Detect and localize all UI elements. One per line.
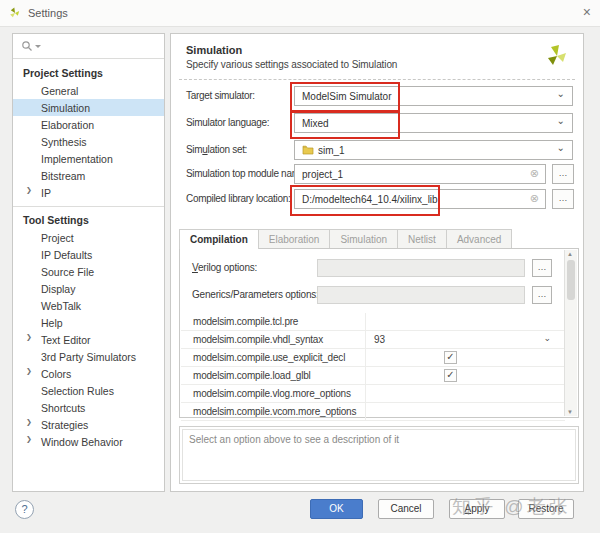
target-simulator-label: Target simulator: (186, 90, 255, 101)
browse-compiled-library-button[interactable]: … (552, 189, 574, 209)
table-row[interactable]: modelsim.compile.vcom.more_options (181, 403, 565, 421)
simulation-set-label: Simulation set: (186, 144, 247, 155)
scroll-up-icon[interactable]: ▲ (567, 251, 573, 257)
expand-chevron-icon[interactable]: ❯ (26, 367, 32, 375)
chevron-down-icon[interactable]: ⌄ (557, 142, 565, 153)
table-row[interactable]: modelsim.compile.load_glbl ✓ (181, 367, 565, 385)
simulator-language-label: Simulator language: (186, 117, 269, 128)
clear-icon[interactable]: ⊗ (530, 168, 539, 179)
expand-chevron-icon[interactable]: ❯ (26, 333, 32, 341)
sidebar-item-colors[interactable]: ❯Colors (13, 365, 164, 382)
tab-advanced[interactable]: Advanced (446, 229, 512, 248)
tab-compilation[interactable]: Compilation (179, 229, 259, 249)
option-description-text: Select an option above to see a descript… (182, 429, 576, 481)
sidebar-item-selection-rules[interactable]: Selection Rules (13, 382, 164, 399)
field-row-top-module: Simulation top module name: project_1 ⊗ … (171, 164, 583, 184)
table-row[interactable]: modelsim.compile.tcl.pre (181, 313, 565, 331)
table-row[interactable]: modelsim.compile.vlog.more_options (181, 385, 565, 403)
search-options-caret-icon (35, 45, 41, 48)
clear-icon[interactable]: ⊗ (530, 193, 539, 204)
scroll-down-icon[interactable]: ▼ (567, 409, 573, 415)
folder-icon (302, 145, 314, 155)
sidebar-item-shortcuts[interactable]: Shortcuts (13, 399, 164, 416)
verilog-options-browse-button[interactable]: … (532, 259, 552, 277)
generics-options-input[interactable] (317, 286, 525, 304)
annotation-box-simulator-language (290, 110, 400, 139)
scrollbar-thumb[interactable] (567, 260, 575, 300)
search-icon (21, 40, 33, 52)
sidebar-item-source-file[interactable]: Source File (13, 263, 164, 280)
vhdl-syntax-value[interactable]: 93 (374, 334, 385, 345)
option-description-box: Select an option above to see a descript… (179, 426, 579, 484)
vivado-logo-icon (541, 40, 573, 72)
sidebar-item-window-behavior[interactable]: ❯Window Behavior (13, 433, 164, 450)
sidebar-item-ip[interactable]: ❯IP (13, 184, 164, 201)
sidebar-item-help[interactable]: Help (13, 314, 164, 331)
sidebar-item-display[interactable]: Display (13, 280, 164, 297)
sidebar-item-ip-defaults[interactable]: IP Defaults (13, 246, 164, 263)
verilog-options-label: Verilog options: (192, 262, 257, 273)
scrollbar[interactable]: ▲ ▼ (564, 250, 577, 416)
sidebar-item-general[interactable]: General (13, 82, 164, 99)
tab-netlist[interactable]: Netlist (397, 229, 447, 248)
annotation-box-compiled-library (290, 185, 440, 216)
verilog-options-input[interactable] (317, 259, 525, 277)
compilation-options-panel: Verilog options: … Generics/Parameters o… (179, 248, 579, 418)
page-title: Simulation (186, 44, 242, 56)
browse-top-module-button[interactable]: … (552, 164, 574, 184)
simulation-set-select[interactable]: sim_1 ⌄ (294, 140, 573, 160)
expand-chevron-icon[interactable]: ❯ (26, 186, 32, 194)
vivado-logo-icon (8, 6, 22, 20)
ok-button[interactable]: OK (310, 499, 363, 519)
table-row[interactable]: modelsim.compile.use_explicit_decl ✓ (181, 349, 565, 367)
header-divider (179, 79, 575, 80)
page-subtitle: Specify various settings associated to S… (186, 59, 397, 70)
checkbox-checked[interactable]: ✓ (444, 369, 457, 382)
help-button[interactable]: ? (15, 500, 34, 519)
verilog-options-row: Verilog options: … (180, 259, 578, 277)
search-input[interactable] (13, 34, 164, 59)
top-module-label: Simulation top module name: (186, 168, 307, 179)
settings-sidebar: Project Settings General Simulation Elab… (12, 33, 165, 492)
section-project-settings: Project Settings (13, 64, 164, 82)
sidebar-item-simulation[interactable]: Simulation (13, 99, 164, 116)
sidebar-item-bitstream[interactable]: Bitstream (13, 167, 164, 184)
compiled-library-label: Compiled library location: (186, 193, 290, 204)
table-row[interactable]: modelsim.compile.vhdl_syntax 93 ⌄ (181, 331, 565, 349)
sidebar-item-3rd-party-simulators[interactable]: 3rd Party Simulators (13, 348, 164, 365)
sidebar-item-synthesis[interactable]: Synthesis (13, 133, 164, 150)
chevron-down-icon[interactable]: ⌄ (557, 88, 565, 99)
generics-options-row: Generics/Parameters options: … (180, 286, 578, 304)
sidebar-item-webtalk[interactable]: WebTalk (13, 297, 164, 314)
sidebar-item-elaboration[interactable]: Elaboration (13, 116, 164, 133)
apply-button[interactable]: Apply (449, 499, 505, 519)
simulation-settings-panel: Simulation Specify various settings asso… (170, 33, 584, 492)
section-tool-settings: Tool Settings (13, 211, 164, 229)
window-title: Settings (28, 7, 68, 19)
field-row-simulation-set: Simulation set: sim_1 ⌄ (171, 140, 583, 160)
chevron-down-icon[interactable]: ⌄ (543, 333, 551, 343)
top-module-input[interactable]: project_1 ⊗ (294, 164, 546, 184)
titlebar: Settings × (0, 0, 600, 27)
checkbox-checked[interactable]: ✓ (444, 351, 457, 364)
tab-elaboration[interactable]: Elaboration (258, 229, 331, 248)
compile-options-table: modelsim.compile.tcl.pre modelsim.compil… (181, 313, 565, 421)
restore-button[interactable]: Restore (518, 499, 574, 519)
settings-nav: Project Settings General Simulation Elab… (13, 59, 164, 450)
expand-chevron-icon[interactable]: ❯ (26, 418, 32, 426)
expand-chevron-icon[interactable]: ❯ (26, 435, 32, 443)
options-tabbar: Compilation Elaboration Simulation Netli… (179, 226, 575, 249)
generics-options-label: Generics/Parameters options: (192, 289, 319, 300)
generics-options-browse-button[interactable]: … (532, 286, 552, 304)
sidebar-item-implementation[interactable]: Implementation (13, 150, 164, 167)
sidebar-item-text-editor[interactable]: ❯Text Editor (13, 331, 164, 348)
tab-simulation[interactable]: Simulation (329, 229, 398, 248)
close-icon[interactable]: × (583, 4, 591, 20)
sidebar-item-strategies[interactable]: ❯Strategies (13, 416, 164, 433)
cancel-button[interactable]: Cancel (378, 499, 434, 519)
sidebar-item-project[interactable]: Project (13, 229, 164, 246)
annotation-box-target-simulator (290, 82, 400, 113)
chevron-down-icon[interactable]: ⌄ (557, 115, 565, 126)
